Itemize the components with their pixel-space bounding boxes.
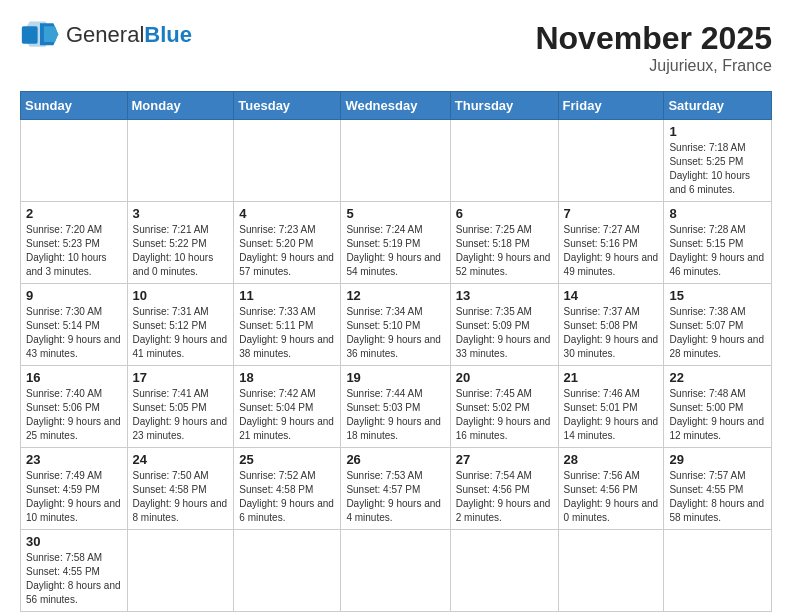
day-info: Sunrise: 7:23 AM Sunset: 5:20 PM Dayligh… [239, 223, 335, 279]
day-info: Sunrise: 7:37 AM Sunset: 5:08 PM Dayligh… [564, 305, 659, 361]
calendar-cell: 28Sunrise: 7:56 AM Sunset: 4:56 PM Dayli… [558, 448, 664, 530]
calendar-table: SundayMondayTuesdayWednesdayThursdayFrid… [20, 91, 772, 612]
calendar-cell: 14Sunrise: 7:37 AM Sunset: 5:08 PM Dayli… [558, 284, 664, 366]
day-info: Sunrise: 7:49 AM Sunset: 4:59 PM Dayligh… [26, 469, 122, 525]
calendar-cell: 10Sunrise: 7:31 AM Sunset: 5:12 PM Dayli… [127, 284, 234, 366]
day-info: Sunrise: 7:34 AM Sunset: 5:10 PM Dayligh… [346, 305, 444, 361]
day-number: 8 [669, 206, 766, 221]
day-info: Sunrise: 7:27 AM Sunset: 5:16 PM Dayligh… [564, 223, 659, 279]
calendar-cell [341, 120, 450, 202]
calendar-cell: 6Sunrise: 7:25 AM Sunset: 5:18 PM Daylig… [450, 202, 558, 284]
day-number: 23 [26, 452, 122, 467]
day-info: Sunrise: 7:20 AM Sunset: 5:23 PM Dayligh… [26, 223, 122, 279]
calendar-cell: 12Sunrise: 7:34 AM Sunset: 5:10 PM Dayli… [341, 284, 450, 366]
day-number: 25 [239, 452, 335, 467]
calendar-cell: 1Sunrise: 7:18 AM Sunset: 5:25 PM Daylig… [664, 120, 772, 202]
day-info: Sunrise: 7:31 AM Sunset: 5:12 PM Dayligh… [133, 305, 229, 361]
calendar-cell: 13Sunrise: 7:35 AM Sunset: 5:09 PM Dayli… [450, 284, 558, 366]
calendar-cell: 29Sunrise: 7:57 AM Sunset: 4:55 PM Dayli… [664, 448, 772, 530]
day-number: 11 [239, 288, 335, 303]
calendar-cell [127, 120, 234, 202]
logo: GeneralBlue [20, 20, 192, 50]
day-info: Sunrise: 7:28 AM Sunset: 5:15 PM Dayligh… [669, 223, 766, 279]
day-info: Sunrise: 7:52 AM Sunset: 4:58 PM Dayligh… [239, 469, 335, 525]
calendar-week-row: 9Sunrise: 7:30 AM Sunset: 5:14 PM Daylig… [21, 284, 772, 366]
calendar-cell: 15Sunrise: 7:38 AM Sunset: 5:07 PM Dayli… [664, 284, 772, 366]
calendar-cell [450, 120, 558, 202]
title-block: November 2025 Jujurieux, France [535, 20, 772, 75]
calendar-cell: 24Sunrise: 7:50 AM Sunset: 4:58 PM Dayli… [127, 448, 234, 530]
day-info: Sunrise: 7:24 AM Sunset: 5:19 PM Dayligh… [346, 223, 444, 279]
calendar-cell: 18Sunrise: 7:42 AM Sunset: 5:04 PM Dayli… [234, 366, 341, 448]
calendar-cell: 8Sunrise: 7:28 AM Sunset: 5:15 PM Daylig… [664, 202, 772, 284]
day-number: 10 [133, 288, 229, 303]
location: Jujurieux, France [535, 57, 772, 75]
page-header: GeneralBlue November 2025 Jujurieux, Fra… [20, 20, 772, 75]
calendar-cell: 5Sunrise: 7:24 AM Sunset: 5:19 PM Daylig… [341, 202, 450, 284]
calendar-cell: 25Sunrise: 7:52 AM Sunset: 4:58 PM Dayli… [234, 448, 341, 530]
weekday-header-wednesday: Wednesday [341, 92, 450, 120]
logo-icon [20, 20, 60, 50]
calendar-cell: 2Sunrise: 7:20 AM Sunset: 5:23 PM Daylig… [21, 202, 128, 284]
calendar-cell [450, 530, 558, 612]
day-number: 22 [669, 370, 766, 385]
day-info: Sunrise: 7:58 AM Sunset: 4:55 PM Dayligh… [26, 551, 122, 607]
calendar-cell: 11Sunrise: 7:33 AM Sunset: 5:11 PM Dayli… [234, 284, 341, 366]
calendar-cell: 4Sunrise: 7:23 AM Sunset: 5:20 PM Daylig… [234, 202, 341, 284]
day-info: Sunrise: 7:40 AM Sunset: 5:06 PM Dayligh… [26, 387, 122, 443]
calendar-cell: 27Sunrise: 7:54 AM Sunset: 4:56 PM Dayli… [450, 448, 558, 530]
calendar-cell: 17Sunrise: 7:41 AM Sunset: 5:05 PM Dayli… [127, 366, 234, 448]
calendar-week-row: 1Sunrise: 7:18 AM Sunset: 5:25 PM Daylig… [21, 120, 772, 202]
calendar-cell [664, 530, 772, 612]
calendar-cell: 30Sunrise: 7:58 AM Sunset: 4:55 PM Dayli… [21, 530, 128, 612]
day-number: 24 [133, 452, 229, 467]
day-number: 4 [239, 206, 335, 221]
day-number: 20 [456, 370, 553, 385]
day-info: Sunrise: 7:38 AM Sunset: 5:07 PM Dayligh… [669, 305, 766, 361]
svg-marker-3 [44, 26, 58, 42]
calendar-cell [21, 120, 128, 202]
weekday-header-sunday: Sunday [21, 92, 128, 120]
weekday-header-friday: Friday [558, 92, 664, 120]
day-info: Sunrise: 7:30 AM Sunset: 5:14 PM Dayligh… [26, 305, 122, 361]
day-info: Sunrise: 7:18 AM Sunset: 5:25 PM Dayligh… [669, 141, 766, 197]
day-info: Sunrise: 7:25 AM Sunset: 5:18 PM Dayligh… [456, 223, 553, 279]
month-title: November 2025 [535, 20, 772, 57]
day-info: Sunrise: 7:48 AM Sunset: 5:00 PM Dayligh… [669, 387, 766, 443]
day-number: 13 [456, 288, 553, 303]
day-info: Sunrise: 7:33 AM Sunset: 5:11 PM Dayligh… [239, 305, 335, 361]
day-number: 1 [669, 124, 766, 139]
logo-text: GeneralBlue [66, 22, 192, 48]
day-number: 6 [456, 206, 553, 221]
day-number: 9 [26, 288, 122, 303]
calendar-cell: 26Sunrise: 7:53 AM Sunset: 4:57 PM Dayli… [341, 448, 450, 530]
day-info: Sunrise: 7:56 AM Sunset: 4:56 PM Dayligh… [564, 469, 659, 525]
calendar-cell: 20Sunrise: 7:45 AM Sunset: 5:02 PM Dayli… [450, 366, 558, 448]
weekday-header-row: SundayMondayTuesdayWednesdayThursdayFrid… [21, 92, 772, 120]
calendar-cell [558, 120, 664, 202]
calendar-cell: 21Sunrise: 7:46 AM Sunset: 5:01 PM Dayli… [558, 366, 664, 448]
day-number: 30 [26, 534, 122, 549]
day-number: 18 [239, 370, 335, 385]
day-info: Sunrise: 7:46 AM Sunset: 5:01 PM Dayligh… [564, 387, 659, 443]
day-info: Sunrise: 7:50 AM Sunset: 4:58 PM Dayligh… [133, 469, 229, 525]
day-number: 12 [346, 288, 444, 303]
day-number: 7 [564, 206, 659, 221]
calendar-cell: 22Sunrise: 7:48 AM Sunset: 5:00 PM Dayli… [664, 366, 772, 448]
weekday-header-tuesday: Tuesday [234, 92, 341, 120]
weekday-header-thursday: Thursday [450, 92, 558, 120]
calendar-week-row: 2Sunrise: 7:20 AM Sunset: 5:23 PM Daylig… [21, 202, 772, 284]
calendar-cell: 19Sunrise: 7:44 AM Sunset: 5:03 PM Dayli… [341, 366, 450, 448]
calendar-cell: 16Sunrise: 7:40 AM Sunset: 5:06 PM Dayli… [21, 366, 128, 448]
day-info: Sunrise: 7:54 AM Sunset: 4:56 PM Dayligh… [456, 469, 553, 525]
calendar-week-row: 30Sunrise: 7:58 AM Sunset: 4:55 PM Dayli… [21, 530, 772, 612]
day-number: 29 [669, 452, 766, 467]
calendar-week-row: 23Sunrise: 7:49 AM Sunset: 4:59 PM Dayli… [21, 448, 772, 530]
day-info: Sunrise: 7:35 AM Sunset: 5:09 PM Dayligh… [456, 305, 553, 361]
calendar-cell [558, 530, 664, 612]
calendar-cell: 9Sunrise: 7:30 AM Sunset: 5:14 PM Daylig… [21, 284, 128, 366]
day-info: Sunrise: 7:42 AM Sunset: 5:04 PM Dayligh… [239, 387, 335, 443]
calendar-cell [234, 120, 341, 202]
day-number: 2 [26, 206, 122, 221]
calendar-cell [234, 530, 341, 612]
